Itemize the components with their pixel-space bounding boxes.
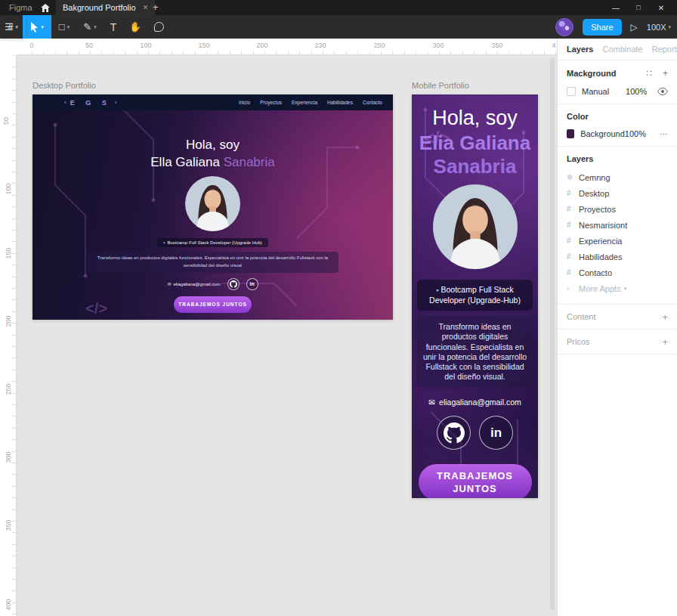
github-icon	[227, 278, 240, 290]
canvas-scrollbar[interactable]	[550, 58, 555, 610]
user-avatar[interactable]	[555, 18, 573, 36]
mock-nav-link: Contacto	[363, 100, 382, 105]
figma-logo: Figma	[9, 3, 32, 12]
hand-tool-button[interactable]: ✋	[124, 15, 147, 39]
linkedin-icon: in	[479, 416, 513, 450]
frame-icon: #	[567, 237, 579, 245]
panel-tabs: Layers Combinate Report	[558, 39, 677, 60]
background-opacity[interactable]: 100%	[626, 87, 647, 96]
github-icon	[437, 416, 471, 450]
square-icon: ▪	[436, 286, 438, 294]
mock-nav-link: Habilidades	[327, 100, 353, 105]
mock-badge: ▪ Bootcamp Full Stack Developer (Upgrade…	[157, 238, 268, 247]
add-icon[interactable]: +	[662, 336, 668, 348]
layer-row-habilidades[interactable]: # Habilidades	[567, 249, 668, 265]
ruler-label: 100	[140, 42, 151, 49]
background-section-title: Mackground	[567, 69, 616, 78]
mock-email: ✉ eliagaliana@gmail.com	[428, 398, 521, 407]
mock-badge-text: Bootcamp Full Stack Developer (Upgrade-H…	[429, 285, 521, 305]
chevron-down-icon: ▾	[67, 24, 70, 30]
layer-row-cemnng[interactable]: ✽ Cemnng	[567, 169, 668, 185]
background-mode-label: Manual	[582, 87, 609, 96]
comment-bubble-icon	[154, 22, 164, 32]
present-play-icon[interactable]: ▷	[631, 22, 638, 33]
more-apps-label: More Appts	[579, 284, 621, 293]
mobile-portfolio-frame[interactable]: </> Hola, soy Elia Galiana Sanabria	[412, 94, 538, 498]
ruler-label: 350	[5, 519, 12, 531]
chevron-down-icon: ▾	[668, 24, 671, 30]
mock-name-line2: Sanabria	[434, 155, 517, 178]
grid-icon[interactable]: ∷	[646, 68, 652, 79]
color-swatch[interactable]	[567, 129, 574, 138]
mock-logo: ‹ E G S ›	[64, 99, 116, 107]
mock-badge: ▪Bootcamp Full Stack Developer (Upgrade-…	[417, 280, 533, 311]
window-minimize-button[interactable]: —	[606, 0, 626, 15]
mobile-frame-label[interactable]: Mobile Portfolio	[412, 81, 469, 90]
chevron-right-icon: ›	[567, 284, 576, 293]
ruler-label: 150	[198, 42, 209, 49]
color-section: Color Background 100% ···	[558, 104, 677, 147]
color-opacity[interactable]: 100%	[625, 129, 646, 138]
mock-intro-paragraph: Transformo ideas en productos digitales …	[416, 316, 533, 388]
envelope-icon: ✉	[428, 398, 435, 407]
mock-cta-line1: TRABAJEMOS	[437, 470, 513, 481]
mock-name-accent: Sanabria	[224, 155, 275, 169]
layer-name: Contacto	[579, 268, 612, 277]
ruler-label: 400	[5, 599, 12, 610]
layer-row-proyectos[interactable]: # Proyectos	[567, 201, 668, 217]
ruler-label: 200	[256, 42, 267, 49]
content-section-title: Content	[567, 312, 596, 321]
background-checkbox[interactable]	[567, 87, 576, 96]
move-tool-button[interactable]: ▾	[23, 15, 51, 39]
eye-icon	[657, 88, 668, 95]
ruler-label: 0	[29, 42, 33, 49]
layer-row-contacto[interactable]: # Contacto	[567, 265, 668, 280]
add-icon[interactable]: +	[663, 68, 668, 79]
pen-icon: ✎	[83, 21, 91, 33]
window-maximize-button[interactable]: □	[629, 0, 648, 15]
layer-row-desktop[interactable]: # Desktop	[567, 185, 668, 201]
tab-report[interactable]: Report	[652, 45, 677, 54]
envelope-icon: ✉	[167, 281, 171, 286]
window-close-button[interactable]: ✕	[651, 0, 671, 15]
tab-layers[interactable]: Layers	[567, 45, 593, 54]
add-icon[interactable]: +	[662, 311, 668, 323]
horizontal-ruler[interactable]: 0 50 100 150 200 230 250 300 350 4	[0, 39, 557, 55]
layers-section-title: Layers	[567, 154, 668, 163]
layer-row-experiencia[interactable]: # Experiencia	[567, 233, 668, 249]
ruler-label: 100	[5, 183, 12, 194]
desktop-frame-label[interactable]: Desktop Portfolio	[32, 81, 96, 90]
square-icon: ▪	[163, 240, 165, 245]
layer-row-nesmarisiont[interactable]: # Nesmarisiont	[567, 217, 668, 233]
vertical-ruler[interactable]: 50 100 150 200 250 300 350 400	[0, 55, 17, 616]
tab-combinate[interactable]: Combinate	[602, 45, 642, 54]
logo-chevron-right: ›	[115, 99, 117, 106]
layer-name: Desktop	[579, 189, 609, 198]
frame-tool-button[interactable]: # ▾	[0, 15, 26, 39]
linkedin-icon: in	[246, 278, 258, 290]
comment-tool-button[interactable]	[147, 15, 171, 39]
rectangle-icon: □	[59, 21, 65, 33]
new-tab-button[interactable]: +	[153, 2, 159, 13]
desktop-portfolio-frame[interactable]: </> ‹ E G S › Inicio Proyectos Experienc…	[32, 94, 393, 320]
ruler-label: 250	[5, 383, 12, 395]
frame-icon: #	[8, 21, 13, 33]
shape-tool-button[interactable]: □ ▾	[51, 15, 77, 39]
close-tab-icon[interactable]: ✕	[143, 4, 149, 11]
content-section: Content +	[558, 305, 677, 330]
home-icon[interactable]	[39, 3, 51, 12]
share-button[interactable]: Share	[583, 19, 621, 36]
text-tool-button[interactable]: T	[103, 15, 124, 39]
pen-tool-button[interactable]: ✎ ▾	[77, 15, 103, 39]
zoom-control[interactable]: 100X ▾	[647, 23, 671, 32]
mock-cta-line2: JUNTOS	[453, 483, 497, 494]
mock-email-text: eliagaliana@gmail.com	[173, 282, 220, 286]
frame-icon: #	[567, 205, 579, 213]
document-tab[interactable]: Bakground Portfolio ✕	[56, 0, 155, 15]
more-apps-row[interactable]: › More Appts ▾	[567, 280, 668, 296]
canvas[interactable]: Desktop Portfolio Mobile Portfolio </> ‹…	[17, 55, 557, 616]
mock-profile-photo	[185, 176, 240, 231]
visibility-toggle[interactable]	[657, 88, 668, 95]
ruler-label: 250	[373, 42, 385, 49]
overflow-menu-icon[interactable]: ···	[660, 129, 668, 138]
